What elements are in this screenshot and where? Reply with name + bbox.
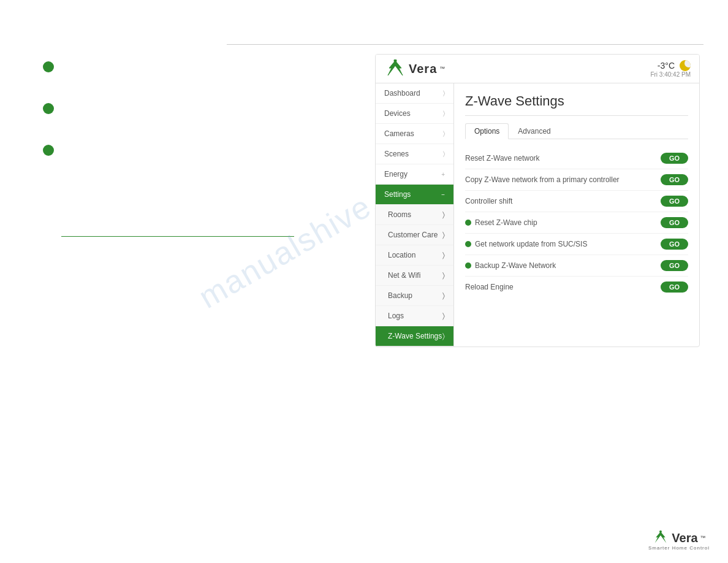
- vera-logo: Vera™: [384, 59, 445, 78]
- settings-row-reload-engine: Reload Engine GO: [465, 277, 688, 297]
- chevron-icon: 〉: [442, 231, 445, 239]
- go-button-network-update[interactable]: GO: [661, 239, 688, 250]
- chevron-icon: 〉: [443, 130, 445, 137]
- label-backup-network: Backup Z-Wave Network: [465, 261, 556, 270]
- sidebar-item-cameras[interactable]: Cameras 〉: [376, 124, 453, 144]
- main-content: Z-Wave Settings Options Advanced Reset Z…: [454, 83, 699, 347]
- chevron-icon: 〉: [443, 150, 445, 158]
- subitem-label-location: Location: [388, 251, 415, 259]
- sidebar-subitem-rooms[interactable]: Rooms 〉: [376, 205, 453, 225]
- sidebar-label-cameras: Cameras: [384, 129, 414, 138]
- go-button-reset-network[interactable]: GO: [661, 153, 688, 164]
- sidebar-subitem-zwave-settings[interactable]: Z-Wave Settings 〉: [376, 326, 453, 347]
- go-button-reset-chip[interactable]: GO: [661, 217, 688, 228]
- sidebar-item-scenes[interactable]: Scenes 〉: [376, 144, 453, 164]
- sidebar-item-energy[interactable]: Energy +: [376, 164, 453, 185]
- sidebar-label-devices: Devices: [384, 109, 411, 118]
- sidebar-subitem-logs[interactable]: Logs 〉: [376, 306, 453, 326]
- settings-row-reset-chip: Reset Z-Wave chip GO: [465, 212, 688, 234]
- status-dot-backup-network: [465, 262, 471, 269]
- settings-row-reset-network: Reset Z-Wave network GO: [465, 148, 688, 169]
- svg-point-3: [659, 530, 662, 533]
- chevron-icon: 〉: [442, 312, 445, 320]
- settings-row-controller-shift: Controller shift GO: [465, 191, 688, 212]
- tabs-bar: Options Advanced: [465, 123, 688, 139]
- go-button-copy-network[interactable]: GO: [661, 174, 688, 185]
- sidebar-subitem-customer-care[interactable]: Customer Care 〉: [376, 225, 453, 245]
- chevron-icon: 〉: [443, 90, 445, 97]
- sidebar-subitem-backup[interactable]: Backup 〉: [376, 286, 453, 306]
- bottom-logo-text: Vera: [672, 531, 697, 545]
- sidebar-label-energy: Energy: [384, 170, 408, 178]
- bottom-vera-logo: Vera™ Smarter Home Control: [648, 530, 710, 551]
- chevron-icon: 〉: [442, 271, 445, 280]
- settings-row-backup-network: Backup Z-Wave Network GO: [465, 255, 688, 277]
- left-indicators: [43, 61, 54, 186]
- weather-datetime: Fri 3:40:42 PM: [650, 71, 691, 78]
- go-button-backup-network[interactable]: GO: [661, 260, 688, 271]
- subitem-label-logs: Logs: [388, 312, 404, 320]
- subitem-label-backup: Backup: [388, 291, 412, 300]
- sidebar-label-settings: Settings: [384, 190, 411, 199]
- weather-widget: -3°C Fri 3:40:42 PM: [650, 60, 691, 78]
- go-button-reload-engine[interactable]: GO: [661, 282, 688, 293]
- chevron-icon: 〉: [442, 251, 445, 259]
- label-network-update: Get network update from SUC/SIS: [465, 240, 587, 248]
- sidebar-item-dashboard[interactable]: Dashboard 〉: [376, 83, 453, 104]
- svg-marker-0: [388, 61, 403, 75]
- indicator-dot-1: [43, 61, 54, 72]
- ui-container: Vera™ -3°C Fri 3:40:42 PM Dashboard 〉: [375, 54, 700, 347]
- vera-logo-text: Vera: [409, 62, 437, 76]
- label-reload-engine: Reload Engine: [465, 283, 514, 291]
- sidebar-item-devices[interactable]: Devices 〉: [376, 104, 453, 124]
- minus-icon: −: [441, 191, 445, 198]
- top-divider: [227, 44, 703, 45]
- sidebar-subitem-location[interactable]: Location 〉: [376, 245, 453, 266]
- plus-icon: +: [441, 171, 445, 178]
- subitem-label-net-wifi: Net & Wifi: [388, 271, 420, 280]
- sidebar-subitem-net-wifi[interactable]: Net & Wifi 〉: [376, 266, 453, 286]
- left-underline: [61, 236, 294, 237]
- settings-row-network-update: Get network update from SUC/SIS GO: [465, 234, 688, 255]
- chevron-icon: 〉: [442, 291, 445, 300]
- sidebar: Dashboard 〉 Devices 〉 Cameras 〉 Scenes 〉…: [376, 83, 454, 347]
- label-controller-shift: Controller shift: [465, 197, 512, 205]
- content-area: Dashboard 〉 Devices 〉 Cameras 〉 Scenes 〉…: [376, 83, 699, 347]
- label-copy-network: Copy Z-Wave network from a primary contr…: [465, 175, 620, 184]
- subitem-label-rooms: Rooms: [388, 210, 411, 219]
- tab-options[interactable]: Options: [465, 123, 509, 139]
- sidebar-label-dashboard: Dashboard: [384, 89, 420, 98]
- page-title: Z-Wave Settings: [465, 93, 688, 109]
- weather-icon: [680, 60, 691, 71]
- subitem-label-zwave-settings: Z-Wave Settings: [388, 332, 442, 340]
- vera-logo-icon: [384, 59, 406, 78]
- settings-row-copy-network: Copy Z-Wave network from a primary contr…: [465, 169, 688, 191]
- sidebar-label-scenes: Scenes: [384, 150, 409, 158]
- weather-temperature: -3°C: [658, 61, 675, 71]
- label-reset-network: Reset Z-Wave network: [465, 154, 540, 163]
- indicator-dot-3: [43, 145, 54, 156]
- status-dot-reset-chip: [465, 220, 471, 226]
- sidebar-item-settings[interactable]: Settings −: [376, 185, 453, 205]
- svg-marker-2: [655, 532, 667, 543]
- chevron-icon: 〉: [442, 332, 445, 340]
- bottom-logo-icon: [652, 530, 669, 545]
- status-dot-network-update: [465, 241, 471, 247]
- app-header: Vera™ -3°C Fri 3:40:42 PM: [376, 55, 699, 83]
- tab-advanced[interactable]: Advanced: [509, 123, 559, 139]
- go-button-controller-shift[interactable]: GO: [661, 196, 688, 207]
- vera-logo-tm: ™: [439, 66, 445, 72]
- bottom-logo-subtitle: Smarter Home Control: [648, 545, 710, 551]
- title-divider: [465, 115, 688, 116]
- label-reset-chip: Reset Z-Wave chip: [465, 218, 537, 227]
- indicator-dot-2: [43, 103, 54, 114]
- chevron-icon: 〉: [443, 110, 445, 117]
- chevron-icon: 〉: [442, 210, 445, 219]
- subitem-label-customer-care: Customer Care: [388, 231, 438, 239]
